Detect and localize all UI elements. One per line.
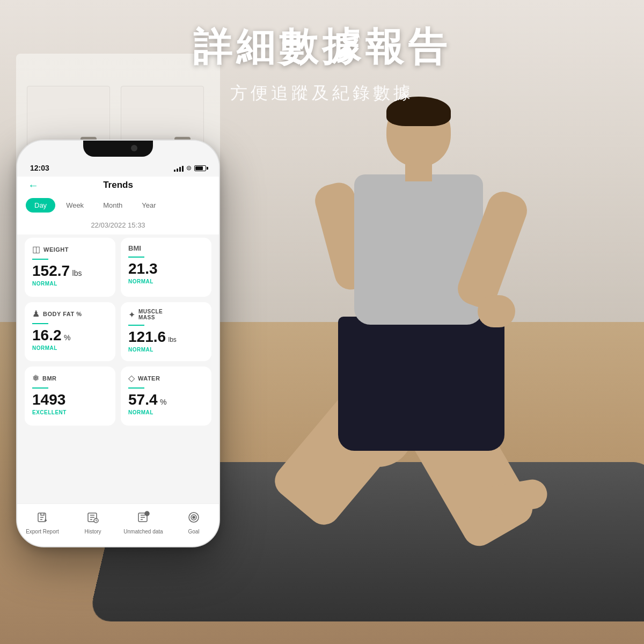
bmi-status: NORMAL (128, 279, 204, 284)
shorts (338, 317, 504, 451)
sub-title: 方便追蹤及紀錄數據 (0, 82, 644, 105)
water-label: WATER (138, 375, 160, 382)
metric-header-weight: ◫ WEIGHT (32, 244, 108, 254)
water-unit: % (160, 398, 166, 406)
history-icon (86, 511, 99, 527)
bmr-value: 1493 (32, 391, 65, 408)
tabs-bar: Day Week Month Year (17, 194, 219, 217)
weight-value: 152.7 (32, 262, 70, 279)
nav-export-report[interactable]: Export Report (17, 511, 68, 535)
main-title: 詳細數據報告 (0, 21, 644, 73)
metric-card-bodyfat[interactable]: ♟ BODY FAT % 16.2 % NORMAL (25, 302, 115, 361)
bottom-nav: Export Report History (17, 503, 219, 546)
export-report-label: Export Report (26, 529, 59, 535)
weight-label: WEIGHT (43, 246, 69, 253)
screen-content: ← Trends Day Week Month Year 22/03/2022 … (17, 177, 219, 546)
water-icon: ◇ (128, 373, 135, 383)
date-display: 22/03/2022 15:33 (17, 217, 219, 235)
battery-icon (194, 165, 206, 171)
nav-history[interactable]: History (68, 511, 118, 535)
tab-day[interactable]: Day (26, 198, 55, 213)
nav-goal[interactable]: Goal (169, 511, 219, 535)
bodyfat-status: NORMAL (32, 345, 108, 351)
metric-card-water[interactable]: ◇ WATER 57.4 % NORMAL (121, 367, 211, 426)
unmatched-icon: ? (137, 511, 150, 527)
bmi-icon: BMI (128, 244, 141, 252)
weight-value-row: 152.7 lbs (32, 263, 108, 280)
svg-point-8 (193, 516, 195, 518)
water-status: NORMAL (128, 409, 204, 415)
person (241, 97, 617, 580)
goal-icon (187, 511, 200, 527)
bodyfat-label: BODY FAT % (43, 311, 82, 317)
muscle-unit: lbs (169, 336, 177, 343)
metric-header-bmi: BMI (128, 244, 204, 252)
hand-right (478, 295, 515, 327)
tab-year[interactable]: Year (133, 198, 164, 213)
muscle-value: 121.6 (128, 328, 166, 345)
bmr-value-row: 1493 (32, 392, 108, 408)
muscle-icon: ✦ (128, 310, 135, 320)
water-value: 57.4 (128, 391, 158, 408)
export-report-icon (36, 511, 49, 527)
metric-card-bmr[interactable]: ❅ BMR 1493 EXCELLENT (25, 367, 115, 426)
unmatched-label: Unmatched data (123, 529, 163, 535)
tab-month[interactable]: Month (94, 198, 131, 213)
status-icons: ⊜ (174, 164, 206, 172)
bodyfat-divider (32, 323, 48, 324)
weight-icon: ◫ (32, 244, 40, 254)
metric-header-bodyfat: ♟ BODY FAT % (32, 309, 108, 319)
bmr-status: EXCELLENT (32, 409, 108, 415)
weight-status: NORMAL (32, 281, 108, 287)
metric-card-muscle[interactable]: ✦ MUSCLEMASS 121.6 lbs NORMAL (121, 302, 211, 361)
phone-screen: 12:03 ⊜ ← (17, 141, 219, 546)
signal-bar-1 (174, 170, 175, 172)
wifi-icon: ⊜ (186, 164, 192, 172)
water-divider (128, 387, 144, 389)
status-time: 12:03 (30, 164, 49, 172)
bmi-value: 21.3 (128, 260, 158, 277)
weight-unit: lbs (72, 269, 82, 277)
phone-camera (131, 145, 137, 151)
signal-bars (174, 164, 184, 172)
bodyfat-value: 16.2 (32, 327, 62, 343)
metric-card-bmi[interactable]: BMI 21.3 NORMAL (121, 238, 211, 297)
phone-notch (83, 141, 153, 157)
muscle-value-row: 121.6 lbs (128, 329, 204, 346)
app-header: ← Trends (17, 177, 219, 194)
metric-card-weight[interactable]: ◫ WEIGHT 152.7 lbs NORMAL (25, 238, 115, 297)
bodyfat-icon: ♟ (32, 309, 40, 319)
water-value-row: 57.4 % (128, 392, 204, 408)
muscle-status: NORMAL (128, 347, 204, 353)
bmi-value-row: 21.3 (128, 261, 204, 277)
bmr-divider (32, 387, 48, 389)
bodyfat-unit: % (64, 333, 70, 342)
torso (354, 174, 483, 325)
metric-header-muscle: ✦ MUSCLEMASS (128, 309, 204, 320)
metric-header-bmr: ❅ BMR (32, 373, 108, 383)
bmr-label: BMR (42, 375, 57, 382)
goal-label: Goal (188, 529, 199, 535)
signal-bar-3 (179, 167, 181, 172)
header-text-area: 詳細數據報告 方便追蹤及紀錄數據 (0, 21, 644, 105)
bodyfat-value-row: 16.2 % (32, 327, 108, 344)
phone-container: 12:03 ⊜ ← (16, 140, 220, 547)
phone: 12:03 ⊜ ← (16, 140, 220, 547)
metric-header-water: ◇ WATER (128, 373, 204, 383)
svg-text:?: ? (146, 513, 148, 516)
signal-bar-2 (177, 169, 178, 172)
bmi-divider (128, 257, 144, 258)
muscle-label: MUSCLEMASS (138, 309, 163, 320)
back-button[interactable]: ← (28, 179, 39, 192)
muscle-divider (128, 325, 144, 326)
nav-unmatched[interactable]: ? Unmatched data (118, 511, 169, 535)
signal-bar-4 (182, 166, 184, 172)
weight-divider (32, 259, 48, 260)
metrics-area: ◫ WEIGHT 152.7 lbs NORMAL (17, 235, 219, 546)
history-label: History (84, 529, 101, 535)
battery-fill (195, 166, 203, 170)
status-bar: 12:03 ⊜ (17, 159, 219, 177)
app-title: Trends (103, 180, 133, 191)
tab-week[interactable]: Week (57, 198, 92, 213)
metrics-grid: ◫ WEIGHT 152.7 lbs NORMAL (17, 238, 219, 426)
